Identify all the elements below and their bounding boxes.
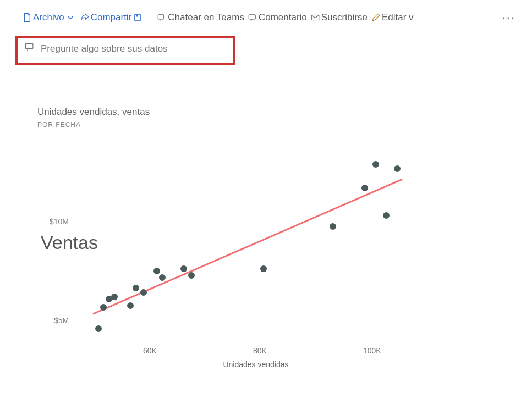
file-label: Archivo: [33, 12, 64, 23]
pencil-icon: [371, 13, 381, 23]
share-label: Compartir: [91, 12, 132, 23]
qna-underline: [238, 62, 254, 62]
subscribe-label: Suscribirse: [321, 12, 368, 23]
teams-button[interactable]: Chatear en Teams: [157, 12, 244, 23]
data-point: [361, 185, 368, 191]
save-small-icon: [133, 13, 142, 23]
svg-rect-5: [26, 43, 33, 48]
data-point: [394, 165, 401, 172]
svg-rect-2: [158, 15, 164, 19]
more-button[interactable]: ···: [502, 10, 515, 25]
edit-button[interactable]: Editar v: [371, 12, 414, 23]
comment-button[interactable]: Comentario: [248, 12, 307, 23]
comment-icon: [248, 13, 257, 23]
svg-rect-3: [249, 15, 255, 19]
teams-label: Chatear en Teams: [168, 12, 244, 23]
chat-bubble-icon: [24, 42, 35, 56]
data-point: [330, 223, 336, 230]
scatter-plot[interactable]: $10M $5M 60K 80K 100K Unidades vendidas: [77, 137, 435, 357]
svg-rect-1: [136, 15, 138, 17]
subscribe-button[interactable]: Suscribirse: [310, 12, 368, 23]
data-point: [260, 265, 267, 272]
page-icon: [22, 13, 32, 23]
data-point: [127, 302, 134, 309]
data-point: [180, 265, 187, 272]
mail-icon: [310, 13, 320, 23]
comment-label: Comentario: [259, 12, 307, 23]
chart-title: Unidades vendidas, ventas: [28, 93, 451, 118]
data-point: [372, 161, 379, 168]
data-point: [100, 304, 107, 311]
y-tick-10m: $10M: [50, 217, 69, 226]
data-point: [159, 274, 166, 281]
trend-line: [93, 179, 402, 314]
qna-input[interactable]: Pregunte algo sobre sus datos: [24, 42, 168, 56]
chart-card: Unidades vendidas, ventas POR FECHA Vent…: [28, 93, 451, 385]
qna-row: Pregunte algo sobre sus datos: [0, 36, 532, 68]
share-button[interactable]: Compartir: [80, 12, 144, 23]
data-point: [140, 289, 147, 296]
data-point: [133, 285, 139, 291]
teams-icon: [157, 13, 167, 23]
toolbar: Archivo Compartir Chatear en Teams Comen…: [0, 0, 532, 31]
chart-subtitle: POR FECHA: [28, 118, 451, 129]
file-menu[interactable]: Archivo: [22, 12, 76, 23]
share-icon: [80, 13, 90, 23]
y-tick-5m: $5M: [54, 316, 69, 325]
qna-placeholder: Pregunte algo sobre sus datos: [41, 43, 168, 54]
edit-label: Editar v: [382, 12, 414, 23]
data-point: [95, 325, 102, 332]
chevron-down-icon: [65, 13, 75, 23]
data-point: [153, 268, 160, 274]
x-axis-label: Unidades vendidas: [212, 360, 300, 369]
data-point: [188, 272, 195, 279]
data-point: [383, 212, 390, 219]
data-point: [111, 294, 118, 300]
